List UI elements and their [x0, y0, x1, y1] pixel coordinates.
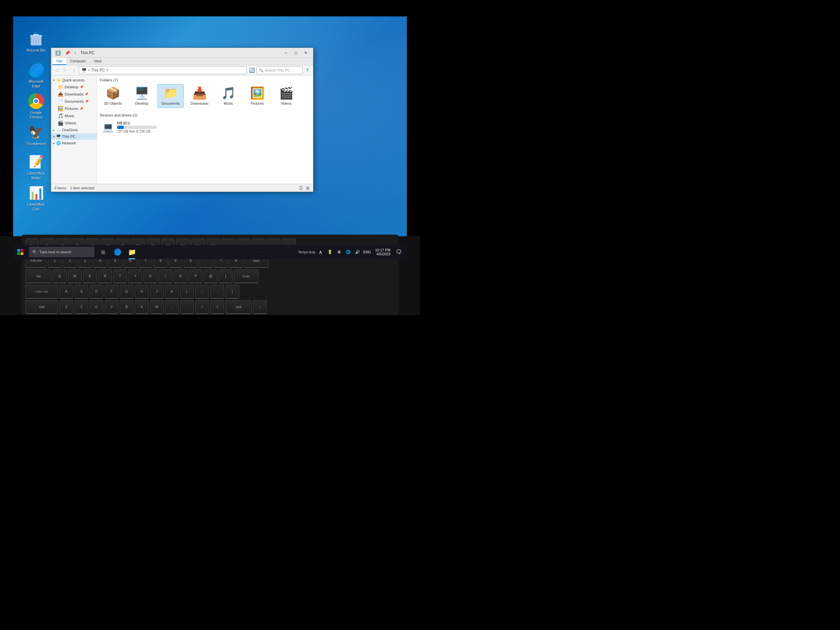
system-clock[interactable]: 10:17 PM 4/5/2023	[373, 248, 392, 256]
minimize-button[interactable]: ─	[281, 49, 291, 57]
libreoffice-calc-icon[interactable]: 📊 LibreOffice Calc	[23, 184, 49, 213]
key-f[interactable]: F	[105, 285, 118, 298]
libreoffice-writer-icon[interactable]: 📝 LibreOffice Writer	[23, 153, 49, 182]
tray-display[interactable]: 🖥	[335, 245, 343, 259]
folder-downloads[interactable]: 📥 Downloads	[186, 84, 213, 108]
key-shift-left[interactable]: Shift	[25, 300, 58, 314]
key-bracket-open[interactable]: [	[219, 269, 233, 283]
key-shift-right[interactable]: Shift	[226, 300, 252, 314]
key-semicolon[interactable]: ;	[195, 285, 209, 298]
tab-file[interactable]: File	[52, 58, 66, 65]
key-at[interactable]: @	[204, 269, 218, 283]
forward-button[interactable]: ▷	[62, 66, 69, 74]
key-g[interactable]: G	[120, 285, 134, 298]
sidebar-pictures-label: Pictures	[65, 107, 79, 111]
tab-view[interactable]: View	[90, 58, 106, 65]
folder-pictures[interactable]: 🖼️ Pictures	[244, 84, 270, 108]
key-n[interactable]: N	[135, 300, 148, 314]
notification-button[interactable]: 🗨	[394, 245, 404, 259]
tray-up-arrow[interactable]: ∧	[317, 245, 325, 259]
key-k[interactable]: K	[165, 285, 179, 298]
title-quick-access[interactable]: ⬇️	[54, 49, 62, 56]
back-button[interactable]: ◁	[53, 66, 60, 74]
key-x[interactable]: X	[74, 300, 88, 314]
key-b[interactable]: B	[120, 300, 134, 314]
key-m[interactable]: M	[150, 300, 164, 314]
refresh-button[interactable]: 🔄	[248, 66, 255, 74]
sidebar-quick-access[interactable]: ▾ ⭐ Quick access	[51, 77, 97, 83]
key-w[interactable]: W	[68, 269, 82, 283]
key-c[interactable]: C	[90, 300, 103, 314]
sidebar-item-downloads[interactable]: 📥 Downloads 📌	[51, 90, 97, 98]
sidebar-onedrive[interactable]: ▸ ☁️ OneDrive	[51, 127, 97, 133]
list-view-button[interactable]: ☰	[299, 185, 303, 191]
address-path[interactable]: 🖥️ > This PC >	[79, 66, 247, 74]
key-slash[interactable]: /	[195, 300, 209, 314]
key-ro[interactable]: ろ	[210, 300, 224, 314]
key-enter[interactable]: Enter	[234, 269, 259, 283]
title-pin[interactable]: 📌	[63, 49, 71, 56]
key-d[interactable]: D	[90, 285, 103, 298]
key-j[interactable]: J	[150, 285, 164, 298]
folder-music[interactable]: 🎵 Music	[215, 84, 242, 108]
sidebar-item-documents[interactable]: 📄 Documents 📌	[51, 98, 97, 105]
tray-wifi[interactable]: 🌐	[344, 245, 352, 259]
folder-3d-objects[interactable]: 📦 3D Objects	[100, 84, 126, 108]
search-box[interactable]: 🔍 Search This PC	[257, 66, 303, 74]
key-period[interactable]: .	[180, 300, 194, 314]
key-v[interactable]: V	[105, 300, 118, 314]
sidebar-this-pc[interactable]: ▾ 🖥️ This PC	[51, 133, 97, 140]
key-h[interactable]: H	[135, 285, 148, 298]
key-q[interactable]: Q	[53, 269, 66, 283]
up-button[interactable]: ↑	[70, 66, 77, 74]
key-l[interactable]: L	[180, 285, 194, 298]
key-u[interactable]: U	[144, 269, 157, 283]
key-arrow-up[interactable]: ↑	[253, 300, 267, 314]
grid-view-button[interactable]: ⊞	[306, 185, 310, 191]
key-t[interactable]: T	[113, 269, 127, 283]
tab-computer[interactable]: Computer	[66, 58, 90, 65]
language-indicator[interactable]: ENG	[363, 250, 372, 254]
calc-image: 📊	[28, 185, 44, 201]
help-button[interactable]: ?	[304, 66, 311, 74]
key-comma[interactable]: ,	[165, 300, 179, 314]
key-a[interactable]: A	[59, 285, 73, 298]
key-y[interactable]: Y	[128, 269, 142, 283]
start-button[interactable]	[13, 245, 28, 259]
recycle-bin-icon[interactable]: Recycle Bin	[23, 30, 49, 54]
thunderbird-image: 🦅	[28, 124, 44, 140]
key-i[interactable]: I	[158, 269, 172, 283]
taskbar-edge[interactable]: 🌀	[110, 245, 125, 259]
key-s[interactable]: S	[74, 285, 88, 298]
taskbar-file-explorer[interactable]: 📁	[125, 245, 139, 259]
drive-c[interactable]: 💻 OS (C:) 197 GB free of 236 GB	[100, 119, 165, 135]
taskbar-search[interactable]: 🔍 Type here to search	[29, 247, 95, 257]
sidebar-item-desktop[interactable]: 📁 Desktop 📌	[51, 83, 97, 90]
close-button[interactable]: ✕	[301, 49, 310, 57]
restore-button[interactable]: ◻	[291, 49, 300, 57]
key-r[interactable]: R	[98, 269, 112, 283]
tray-volume[interactable]: 🔊	[354, 245, 361, 259]
drive-c-free: 197 GB free of 236 GB	[117, 129, 156, 133]
key-capslock[interactable]: Caps Lock	[25, 285, 58, 298]
svg-rect-8	[17, 252, 20, 255]
task-view-button[interactable]: ⊞	[96, 245, 110, 259]
folder-videos[interactable]: 🎬 Videos	[273, 84, 299, 108]
key-e[interactable]: E	[83, 269, 97, 283]
key-z[interactable]: Z	[59, 300, 73, 314]
sidebar-item-music[interactable]: 🎵 Music	[51, 112, 97, 120]
microsoft-edge-icon[interactable]: 🌀 Microsoft Edge	[23, 61, 49, 90]
title-up[interactable]: ↑	[73, 49, 78, 56]
folder-desktop[interactable]: 🖥️ Desktop	[129, 84, 155, 108]
key-p[interactable]: P	[189, 269, 202, 283]
key-colon[interactable]: :	[210, 285, 224, 298]
sidebar-item-pictures[interactable]: 🖼️ Pictures 📌	[51, 105, 97, 112]
sidebar-item-videos[interactable]: 🎬 Videos	[51, 120, 97, 127]
sidebar-network[interactable]: ▸ 🌐 Network	[51, 140, 97, 146]
folder-documents[interactable]: 📁 Documents	[158, 84, 184, 108]
key-o[interactable]: O	[174, 269, 187, 283]
thunderbird-icon[interactable]: 🦅 Thunderbird	[23, 123, 49, 147]
key-bracket-close[interactable]: ]	[226, 285, 239, 298]
key-tab[interactable]: Tab	[25, 269, 52, 283]
google-chrome-icon[interactable]: Google Chrome	[23, 92, 49, 121]
